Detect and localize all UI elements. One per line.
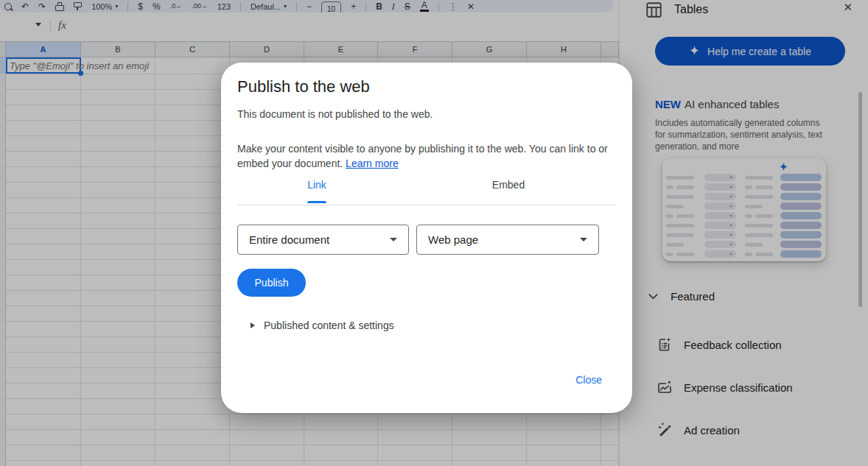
learn-more-link[interactable]: Learn more (346, 158, 399, 169)
publish-description: Make your content visible to anyone by p… (237, 141, 623, 171)
dialog-tabs: LinkEmbed (221, 179, 604, 201)
tab-link[interactable]: Link (221, 179, 413, 201)
disclosure-arrow-icon (251, 322, 255, 328)
tabs-divider (237, 205, 616, 205)
publish-format-value: Web page (428, 233, 478, 246)
publish-to-web-dialog: Publish to the web This document is not … (221, 63, 632, 413)
dialog-close-button[interactable]: Close (575, 374, 602, 386)
publish-format-dropdown[interactable]: Web page (416, 225, 599, 255)
dialog-title: Publish to the web (237, 77, 370, 96)
tab-embed[interactable]: Embed (413, 179, 604, 201)
publish-button[interactable]: Publish (237, 269, 306, 297)
publish-scope-value: Entire document (249, 233, 329, 246)
active-tab-indicator (307, 201, 326, 203)
published-content-settings-toggle[interactable]: Published content & settings (251, 320, 394, 331)
publish-status-text: This document is not published to the we… (237, 108, 433, 120)
dropdown-caret-icon (390, 238, 397, 241)
publish-scope-dropdown[interactable]: Entire document (237, 225, 409, 255)
dropdown-caret-icon (580, 238, 587, 241)
